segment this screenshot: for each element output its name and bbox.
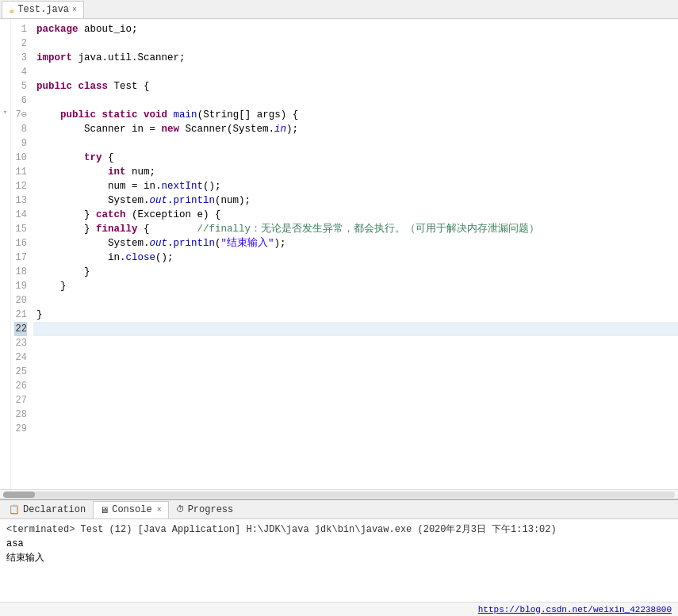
code-line-17: in.close(); (33, 251, 678, 265)
console-line-2: 结束输入 (6, 551, 672, 565)
tab-progress[interactable]: ⏱ Progress (169, 501, 241, 518)
code-line-13: System.out.println(num); (33, 193, 678, 208)
code-line-6 (33, 94, 678, 108)
line-numbers: 1 2 3 4 5 6 7⊖ 8 9 10 11 12 13 14 15 16 … (11, 19, 33, 489)
code-editor[interactable]: package about_io; import java.util.Scann… (33, 19, 678, 489)
margin-line-14 (0, 205, 10, 219)
code-line-21: } (33, 308, 678, 322)
line-num-9: 9 (14, 136, 27, 151)
margin-line-16 (0, 233, 10, 247)
bottom-panel: 📋 Declaration 🖥 Console × ⏱ Progress <te… (0, 499, 678, 602)
line-num-29: 29 (14, 422, 27, 436)
code-line-2 (33, 36, 678, 51)
editor-scroll-area[interactable]: ▾ (0, 19, 678, 489)
margin-line-11 (0, 162, 10, 176)
line-num-20: 20 (14, 293, 27, 308)
line-num-27: 27 (14, 393, 27, 407)
line-num-28: 28 (14, 407, 27, 422)
line-num-24: 24 (14, 350, 27, 365)
line-num-16: 16 (14, 236, 27, 251)
scroll-track[interactable] (3, 492, 675, 498)
line-num-15: 15 (14, 222, 27, 236)
line-num-10: 10 (14, 151, 27, 165)
line-num-11: 11 (14, 165, 27, 179)
margin-line-1 (0, 19, 10, 33)
margin-line-10 (0, 147, 10, 162)
output-asa: asa (6, 538, 24, 549)
code-line-18: } (33, 265, 678, 279)
margin-line-5 (0, 76, 10, 90)
code-line-8: Scanner in = new Scanner(System.in); (33, 122, 678, 136)
margin-line-27 (0, 390, 10, 404)
tab-declaration[interactable]: 📋 Declaration (2, 501, 93, 518)
code-line-14: } catch (Exception e) { (33, 208, 678, 222)
code-line-25 (33, 365, 678, 379)
margin-line-13 (0, 190, 10, 205)
code-line-19: } (33, 279, 678, 293)
horizontal-scrollbar[interactable] (0, 489, 678, 499)
code-line-15: } finally { //finally：无论是否发生异常，都会执行。（可用于… (33, 222, 678, 236)
declaration-label: Declaration (23, 504, 86, 515)
margin-line-23 (0, 333, 10, 347)
code-line-20 (33, 293, 678, 308)
code-line-28 (33, 407, 678, 422)
console-close-icon[interactable]: × (157, 506, 162, 515)
margin-line-12 (0, 176, 10, 190)
console-label: Console (112, 504, 151, 515)
code-line-10: try { (33, 151, 678, 165)
line-num-12: 12 (14, 179, 27, 193)
margin-line-3 (0, 48, 10, 62)
output-end: 结束输入 (6, 553, 44, 564)
line-num-25: 25 (14, 365, 27, 379)
line-num-23: 23 (14, 336, 27, 350)
tab-close-icon[interactable]: × (72, 6, 77, 14)
status-url[interactable]: https://blog.csdn.net/weixin_42238800 (478, 605, 672, 614)
editor-tab-bar: ☕ Test.java × (0, 0, 678, 19)
margin-line-4 (0, 62, 10, 76)
line-num-19: 19 (14, 279, 27, 293)
fold-icon-7[interactable]: ▾ (3, 108, 7, 117)
line-num-1: 1 (14, 22, 27, 36)
code-line-11: int num; (33, 165, 678, 179)
code-line-22 (33, 322, 678, 336)
code-line-29 (33, 422, 678, 436)
line-num-6: 6 (14, 94, 27, 108)
code-line-3: import java.util.Scanner; (33, 51, 678, 65)
margin-line-15 (0, 219, 10, 233)
bottom-tab-bar: 📋 Declaration 🖥 Console × ⏱ Progress (0, 500, 678, 519)
line-num-5: 5 (14, 79, 27, 94)
terminated-text: <terminated> Test (12) [Java Application… (6, 524, 557, 535)
line-num-13: 13 (14, 193, 27, 208)
margin-line-29 (0, 419, 10, 433)
margin-line-2 (0, 33, 10, 48)
code-line-23 (33, 336, 678, 350)
margin-line-7: ▾ (0, 105, 10, 119)
line-num-8: 8 (14, 122, 27, 136)
code-line-7: public static void main(String[] args) { (33, 108, 678, 122)
tab-console[interactable]: 🖥 Console × (93, 501, 168, 518)
code-line-9 (33, 136, 678, 151)
console-icon: 🖥 (100, 505, 109, 515)
margin-line-24 (0, 347, 10, 362)
progress-label: Progress (188, 504, 234, 515)
line-num-7: 7⊖ (14, 108, 27, 122)
progress-icon: ⏱ (176, 504, 185, 515)
code-line-5: public class Test { (33, 79, 678, 94)
code-line-1: package about_io; (33, 22, 678, 36)
status-bar: https://blog.csdn.net/weixin_42238800 (0, 602, 678, 616)
line-num-17: 17 (14, 251, 27, 265)
file-tab[interactable]: ☕ Test.java × (2, 1, 84, 18)
line-num-3: 3 (14, 51, 27, 65)
margin-line-9 (0, 133, 10, 147)
margin-line-25 (0, 362, 10, 376)
terminated-line: <terminated> Test (12) [Java Application… (6, 522, 672, 537)
code-line-4 (33, 65, 678, 79)
code-line-24 (33, 350, 678, 365)
scroll-thumb[interactable] (3, 492, 35, 498)
line-num-4: 4 (14, 65, 27, 79)
margin-line-21 (0, 304, 10, 319)
code-line-12: num = in.nextInt(); (33, 179, 678, 193)
margin-line-28 (0, 404, 10, 419)
line-num-22: 22 (14, 322, 27, 336)
line-num-14: 14 (14, 208, 27, 222)
